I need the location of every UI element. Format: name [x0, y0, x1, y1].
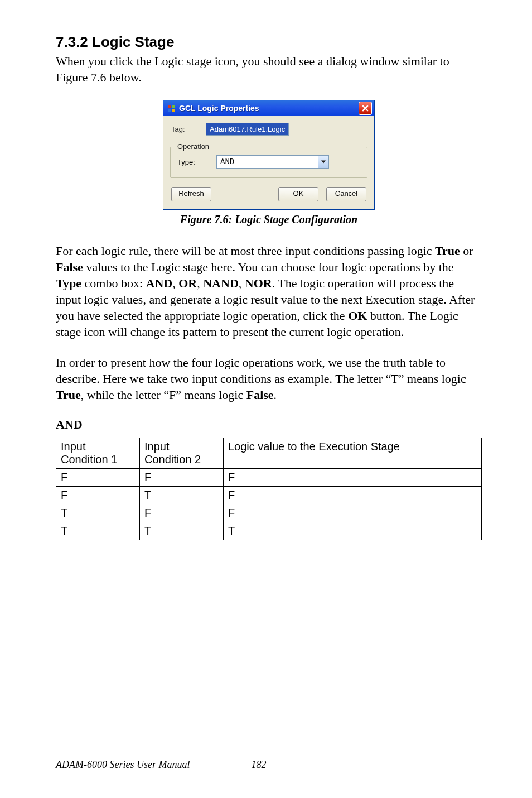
refresh-button[interactable]: Refresh — [171, 187, 211, 201]
type-combo-value: AND — [217, 157, 318, 166]
footer-manual-name: ADAM-6000 Series User Manual — [56, 759, 190, 771]
table-header-row: Input Condition 1 Input Condition 2 Logi… — [56, 438, 482, 469]
body-paragraph-1: For each logic rule, there will be at mo… — [56, 243, 482, 340]
figure-caption: Figure 7.6: Logic Stage Configuration — [56, 213, 482, 226]
tag-row: Tag: Adam6017.Rule1.Logic — [170, 122, 367, 139]
operation-group-label: Operation — [175, 142, 211, 151]
svg-rect-2 — [168, 109, 171, 112]
chevron-down-icon — [321, 160, 326, 164]
table-row: TFF — [56, 504, 482, 522]
table-cell: F — [56, 469, 140, 487]
cancel-button[interactable]: Cancel — [326, 187, 366, 201]
svg-rect-1 — [172, 105, 175, 108]
table-cell: T — [224, 522, 482, 540]
dialog-figure: GCL Logic Properties Tag: Adam6017.Rule1… — [56, 100, 482, 210]
table-cell: T — [56, 504, 140, 522]
footer-page-number: 182 — [251, 759, 266, 771]
table-row: FTF — [56, 487, 482, 504]
page-footer: ADAM-6000 Series User Manual 182 — [0, 759, 532, 771]
table-cell: F — [140, 469, 224, 487]
table-cell: F — [224, 469, 482, 487]
table-cell: T — [56, 522, 140, 540]
table-cell: F — [140, 504, 224, 522]
close-icon — [362, 105, 369, 112]
operation-group: Operation Type: AND — [170, 147, 367, 178]
truth-table: Input Condition 1 Input Condition 2 Logi… — [56, 438, 482, 540]
close-button[interactable] — [359, 102, 372, 115]
truth-table-section: AND Input Condition 1 Input Condition 2 … — [56, 417, 482, 540]
svg-rect-0 — [168, 105, 171, 108]
dialog-title: GCL Logic Properties — [179, 104, 359, 113]
table-row: FFF — [56, 469, 482, 487]
body-paragraph-2: In order to present how the four logic o… — [56, 354, 482, 403]
table-cell: T — [140, 487, 224, 504]
intro-paragraph: When you click the Logic stage icon, you… — [56, 53, 482, 85]
type-label: Type: — [177, 158, 216, 166]
section-heading: 7.3.2 Logic Stage — [56, 33, 482, 51]
tag-label: Tag: — [171, 125, 206, 133]
gcl-logic-dialog: GCL Logic Properties Tag: Adam6017.Rule1… — [163, 100, 375, 210]
type-combo[interactable]: AND — [216, 155, 329, 169]
type-combo-arrow[interactable] — [318, 156, 328, 168]
table-cell: F — [56, 487, 140, 504]
table-row: TTT — [56, 522, 482, 540]
table-cell: T — [140, 522, 224, 540]
tag-value[interactable]: Adam6017.Rule1.Logic — [206, 123, 289, 136]
col-header: Input Condition 1 — [56, 438, 140, 469]
truth-table-heading: AND — [56, 417, 482, 432]
ok-button[interactable]: OK — [278, 187, 318, 201]
table-cell: F — [224, 487, 482, 504]
svg-marker-6 — [321, 161, 326, 164]
titlebar: GCL Logic Properties — [163, 100, 374, 116]
svg-rect-3 — [172, 109, 175, 112]
table-cell: F — [224, 504, 482, 522]
col-header: Input Condition 2 — [140, 438, 224, 469]
dialog-button-row: Refresh OK Cancel — [170, 186, 367, 203]
col-header: Logic value to the Execution Stage — [224, 438, 482, 469]
app-icon — [167, 104, 176, 113]
